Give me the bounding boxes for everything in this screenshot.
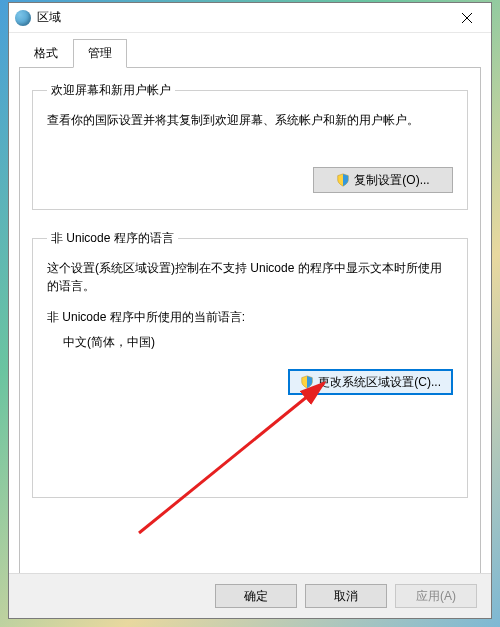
copy-settings-label: 复制设置(O)... [354,172,429,189]
tab-format[interactable]: 格式 [19,39,73,68]
group-nonunicode: 非 Unicode 程序的语言 这个设置(系统区域设置)控制在不支持 Unico… [32,230,468,498]
window-title: 区域 [37,9,444,26]
shield-icon [336,173,350,187]
group-welcome-legend: 欢迎屏幕和新用户帐户 [47,82,175,99]
welcome-desc: 查看你的国际设置并将其复制到欢迎屏幕、系统帐户和新的用户帐户。 [47,111,453,129]
globe-icon [15,10,31,26]
current-locale-label: 非 Unicode 程序中所使用的当前语言: [47,309,453,326]
close-button[interactable] [444,3,489,33]
apply-button[interactable]: 应用(A) [395,584,477,608]
change-system-locale-button[interactable]: 更改系统区域设置(C)... [288,369,453,395]
cancel-button[interactable]: 取消 [305,584,387,608]
group-welcome: 欢迎屏幕和新用户帐户 查看你的国际设置并将其复制到欢迎屏幕、系统帐户和新的用户帐… [32,82,468,210]
ok-button[interactable]: 确定 [215,584,297,608]
current-locale-value: 中文(简体，中国) [63,334,453,351]
tab-strip: 格式 管理 [9,33,491,68]
change-locale-label: 更改系统区域设置(C)... [318,374,441,391]
close-icon [462,13,472,23]
group-nonunicode-legend: 非 Unicode 程序的语言 [47,230,178,247]
copy-settings-button[interactable]: 复制设置(O)... [313,167,453,193]
shield-icon [300,375,314,389]
titlebar: 区域 [9,3,491,33]
nonunicode-desc: 这个设置(系统区域设置)控制在不支持 Unicode 的程序中显示文本时所使用的… [47,259,453,295]
dialog-footer: 确定 取消 应用(A) [9,573,491,618]
tab-admin[interactable]: 管理 [73,39,127,68]
region-dialog: 区域 格式 管理 欢迎屏幕和新用户帐户 查看你的国际设置并将其复制到欢迎屏幕、系… [8,2,492,619]
tab-panel-admin: 欢迎屏幕和新用户帐户 查看你的国际设置并将其复制到欢迎屏幕、系统帐户和新的用户帐… [19,67,481,577]
